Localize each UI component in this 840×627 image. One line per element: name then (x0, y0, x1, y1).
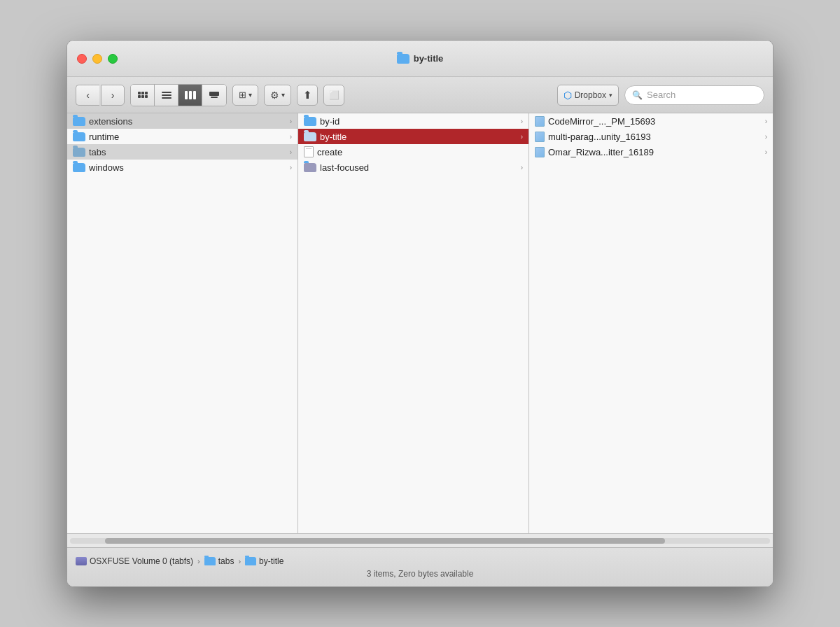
traffic-lights (77, 54, 118, 64)
folder-icon (73, 132, 85, 141)
item-name: last-focused (320, 162, 521, 173)
breadcrumb-separator-2: › (238, 557, 241, 565)
icon-view-button[interactable] (131, 85, 155, 106)
list-item[interactable]: last-focused › (298, 160, 528, 175)
tag-icon: ⬜ (329, 90, 340, 100)
folder-icon (73, 117, 85, 126)
grid-icon (138, 92, 148, 98)
nav-buttons: ‹ › (76, 85, 125, 106)
breadcrumb-volume[interactable]: OSXFUSE Volume 0 (tabfs) (76, 556, 193, 566)
list-icon (162, 92, 172, 99)
column-1: extensions › runtime › tabs › windows › (67, 113, 298, 533)
chevron-right-icon: › (290, 148, 292, 156)
arrange-button[interactable]: ⊞ ▾ (232, 85, 258, 106)
view-buttons (130, 84, 227, 106)
breadcrumb-by-title-label: by-title (259, 556, 284, 566)
item-name: multi-parag...unity_16193 (548, 132, 765, 142)
finder-window: by-title ‹ › (66, 40, 774, 587)
file-icon (535, 132, 545, 142)
action-arrow: ▾ (281, 91, 285, 99)
breadcrumb-volume-label: OSXFUSE Volume 0 (tabfs) (90, 556, 193, 566)
list-item[interactable]: Omar_Rizwa...itter_16189 › (529, 144, 773, 160)
breadcrumb-folder-icon (204, 557, 216, 565)
scroll-thumb[interactable] (105, 538, 665, 544)
share-icon: ⬆ (303, 89, 312, 101)
toolbar: ‹ › (67, 77, 773, 113)
window-title-text: by-title (414, 53, 444, 64)
chevron-right-icon: › (765, 118, 767, 125)
action-button[interactable]: ⚙ ▾ (264, 85, 291, 106)
close-button[interactable] (77, 54, 87, 64)
folder-icon (304, 132, 316, 141)
folder-icon (73, 148, 85, 157)
list-item[interactable]: by-id › (298, 113, 528, 129)
dropbox-arrow: ▾ (609, 92, 612, 99)
breadcrumb-by-title[interactable]: by-title (245, 556, 284, 566)
item-name: by-id (320, 116, 521, 127)
chevron-right-icon: › (521, 133, 523, 141)
dropbox-label: Dropbox (575, 90, 606, 100)
search-box[interactable]: 🔍 Search (624, 85, 764, 105)
list-item[interactable]: CodeMirror_..._PM_15693 › (529, 113, 773, 129)
column-3: CodeMirror_..._PM_15693 › multi-parag...… (529, 113, 773, 533)
scrollbar-area (67, 533, 773, 547)
list-item[interactable]: windows › (67, 160, 298, 175)
share-button[interactable]: ⬆ (297, 85, 318, 106)
forward-button[interactable]: › (101, 85, 125, 106)
file-icon (304, 146, 314, 157)
volume-icon (76, 557, 87, 565)
forward-icon: › (111, 90, 115, 101)
window-title: by-title (397, 53, 444, 64)
breadcrumb-folder-icon-2 (245, 557, 256, 565)
item-name: CodeMirror_..._PM_15693 (548, 116, 765, 127)
back-icon: ‹ (86, 90, 90, 101)
folder-icon (304, 117, 316, 126)
dropbox-icon: ⬡ (564, 90, 572, 101)
maximize-button[interactable] (108, 54, 118, 64)
scroll-track (70, 538, 770, 544)
list-item[interactable]: runtime › (67, 129, 298, 144)
arrange-icon: ⊞ (239, 90, 246, 100)
chevron-right-icon: › (765, 148, 767, 156)
back-button[interactable]: ‹ (76, 85, 99, 106)
chevron-right-icon: › (521, 164, 523, 171)
chevron-right-icon: › (290, 133, 292, 141)
statusbar: OSXFUSE Volume 0 (tabfs) › tabs › by-tit… (67, 547, 773, 586)
item-name: tabs (89, 147, 290, 157)
status-bar-text: 3 items, Zero bytes available (76, 569, 764, 579)
minimize-button[interactable] (92, 54, 102, 64)
chevron-right-icon: › (290, 164, 292, 171)
gear-icon: ⚙ (270, 90, 279, 101)
tag-button[interactable]: ⬜ (323, 85, 344, 106)
chevron-right-icon: › (765, 133, 767, 141)
item-name: by-title (320, 132, 521, 142)
dropbox-button[interactable]: ⬡ Dropbox ▾ (557, 85, 619, 106)
list-item[interactable]: multi-parag...unity_16193 › (529, 129, 773, 144)
title-folder-icon (397, 54, 410, 64)
titlebar: by-title (67, 41, 773, 77)
breadcrumb-tabs-label: tabs (218, 556, 234, 566)
list-view-button[interactable] (155, 85, 178, 106)
file-icon (535, 147, 545, 157)
column-2: by-id › by-title › create last-focused › (298, 113, 529, 533)
arrange-arrow: ▾ (248, 91, 252, 99)
breadcrumb: OSXFUSE Volume 0 (tabfs) › tabs › by-tit… (76, 556, 764, 566)
breadcrumb-separator: › (197, 557, 200, 565)
list-item[interactable]: by-title › (298, 129, 528, 144)
list-item[interactable]: extensions › (67, 113, 298, 129)
list-item[interactable]: create (298, 144, 528, 160)
folder-icon (73, 163, 85, 172)
folder-icon (304, 163, 316, 172)
chevron-right-icon: › (290, 118, 292, 125)
content-area: extensions › runtime › tabs › windows › (67, 113, 773, 533)
coverflow-view-button[interactable] (202, 85, 226, 106)
column-view-button[interactable] (178, 85, 202, 106)
item-name: Omar_Rizwa...itter_16189 (548, 147, 765, 157)
item-name: runtime (89, 132, 290, 142)
search-placeholder: Search (647, 90, 676, 100)
item-name: create (317, 147, 523, 157)
item-name: windows (89, 162, 290, 173)
breadcrumb-tabs[interactable]: tabs (204, 556, 234, 566)
list-item[interactable]: tabs › (67, 144, 298, 160)
column-view-icon (185, 91, 196, 99)
